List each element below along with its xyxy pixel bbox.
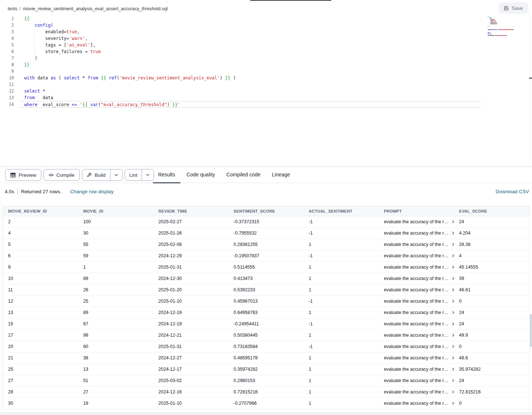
code-editor[interactable]: 1{{2 config(3 enabled=true,4 severity='w… [0,15,532,167]
compile-button[interactable]: </> Compile [44,169,80,181]
table-row: 21002025-02-27-0.37372315-1evaluate the … [3,216,529,228]
table-row: 15672024-12-19-0.24954411-1evaluate the … [3,318,529,330]
line-number: 4 [0,35,19,42]
table-cell: -1 [304,296,379,307]
build-dropdown-button[interactable] [110,169,122,180]
table-row: 11262025-01-200.53922331evaluate the acc… [3,284,529,296]
expand-chevron-icon[interactable] [452,333,454,337]
code-line[interactable]: 10with data as ( select * from {{ ref('m… [0,75,481,81]
table-cell: 2025-01-20 [154,284,229,295]
save-button[interactable]: Save [499,3,528,14]
table-cell: 24 [454,318,529,329]
table-cell: 19 [78,398,153,409]
expand-chevron-icon[interactable] [452,322,454,326]
tab-divider [166,0,167,3]
code-line[interactable]: 12select * [0,88,481,94]
tab-compiled-code[interactable]: Compiled code [221,167,266,183]
table-cell: 0.72815216 [229,386,304,397]
expand-chevron-icon[interactable] [452,356,454,360]
expand-chevron-icon[interactable] [452,345,454,348]
expand-chevron-icon[interactable] [452,265,454,269]
prompt-preview-text: evaluate the accuracy of the res… [384,253,449,258]
table-cell: 2025-01-26 [154,228,229,239]
code-line[interactable]: 8}} [0,61,481,68]
results-tab-bar: ResultsCode qualityCompiled codeLineage [153,167,295,183]
expand-chevron-icon[interactable] [452,288,454,292]
build-button[interactable]: Build [82,169,110,180]
prompt-cell: evaluate the accuracy of the res… [379,307,454,318]
results-table: MOVIE_REVIEW_IDMOVIE_IDREVIEW_TIMESENTIM… [3,206,530,415]
download-csv-link[interactable]: Download CSV [495,189,529,194]
table-cell: 2025-01-10 [154,398,229,409]
prompt-cell: evaluate the accuracy of the res… [379,386,454,397]
table-cell: 24 [454,375,529,386]
expand-chevron-icon[interactable] [452,243,454,246]
prompt-cell: evaluate the accuracy of the res… [379,375,454,386]
change-row-display-link[interactable]: Change row display [70,189,114,194]
wrench-icon [87,172,92,177]
expand-chevron-icon[interactable] [452,367,454,371]
line-number: 3 [0,29,19,35]
line-number: 7 [0,55,19,61]
prompt-preview-text: evaluate the accuracy of the res… [384,310,449,315]
breadcrumb-folder[interactable]: tests [8,6,17,11]
expand-chevron-icon[interactable] [452,401,454,405]
table-cell: -0.19507837 [229,250,304,261]
expand-chevron-icon[interactable] [452,220,454,224]
table-cell: 5 [3,239,78,250]
table-row: 12252025-01-100.45967013-1evaluate the a… [3,296,529,307]
line-number: 11 [0,81,19,88]
line-number: 8 [0,61,19,68]
preview-button[interactable]: Preview [5,169,41,181]
breadcrumb-file: movie_review_sentiment_analysis_eval_ass… [23,6,168,11]
prompt-preview-text: evaluate the accuracy of the res… [384,299,449,304]
code-line[interactable]: 6 store_failures = true [0,48,481,55]
expand-chevron-icon[interactable] [452,254,454,258]
code-line[interactable]: 3 enabled=true, [0,29,481,35]
table-row: 13892024-12-190.649587631evaluate the ac… [3,307,529,318]
expand-chevron-icon[interactable] [452,390,454,394]
table-cell: 59 [78,250,153,261]
expand-chevron-icon[interactable] [452,379,454,382]
table-cell: 24 [454,307,529,318]
table-cell: 2024-12-19 [154,318,229,329]
compile-label: Compile [56,172,75,178]
code-line[interactable]: 4 severity='warn', [0,35,481,42]
table-cell: 27 [78,386,153,397]
code-line[interactable]: 13from data [0,94,481,101]
line-content: enabled=true, [19,29,481,35]
expand-chevron-icon[interactable] [452,311,454,314]
table-cell: 10 [3,273,78,284]
table-cell: 30 [3,398,78,409]
lint-button[interactable]: Lint [125,169,142,180]
overview-ruler [530,15,530,167]
query-duration: 4.0s [5,189,14,194]
prompt-cell: evaluate the accuracy of the res… [379,318,454,329]
prompt-cell: evaluate the accuracy of the res… [379,364,454,375]
code-line[interactable]: 7 ) [0,55,481,61]
line-number: 9 [0,68,19,75]
code-line[interactable]: 2 config( [0,22,481,29]
code-line[interactable]: 1{{ [0,15,481,22]
code-line[interactable]: 14where eval_score <= '{{ var("eval_accu… [0,101,481,108]
expand-chevron-icon[interactable] [452,299,454,303]
table-row: 21382024-12-270.485951781evaluate the ac… [3,352,529,364]
table-scrollbar-thumb[interactable] [530,314,532,347]
expand-chevron-icon[interactable] [452,277,454,280]
tab-results[interactable]: Results [153,167,180,183]
table-cell: 0.48595178 [229,352,304,363]
tab-code-quality[interactable]: Code quality [181,167,220,183]
table-grid-icon [10,173,16,177]
tab-lineage[interactable]: Lineage [267,167,295,183]
prompt-cell: evaluate the accuracy of the res… [379,352,454,363]
expand-chevron-icon[interactable] [452,231,454,235]
code-line[interactable]: 5 tags = ['ai_eval'], [0,42,481,48]
table-cell: -0.37372315 [229,216,304,227]
table-cell: 2024-12-16 [154,386,229,397]
prompt-preview-text: evaluate the accuracy of the res… [384,333,449,338]
table-cell: 99 [78,330,153,341]
minimap[interactable] [488,16,529,37]
table-cell: 100 [78,216,153,227]
code-line[interactable]: 11 [0,81,481,88]
code-line[interactable]: 9 [0,68,481,75]
